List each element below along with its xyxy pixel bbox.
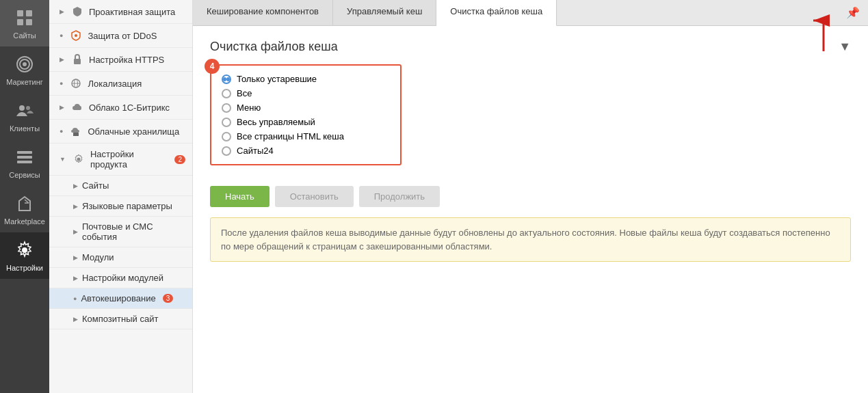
tab-component-cache[interactable]: Кеширование компонентов <box>193 0 333 25</box>
radio-all[interactable]: Все <box>222 88 390 98</box>
svg-rect-1 <box>26 10 32 16</box>
svg-point-19 <box>77 158 80 161</box>
nav-sub-item-composite[interactable]: ▶ Композитный сайт <box>49 309 192 329</box>
nav-sub-item-modules[interactable]: ▶ Модули <box>49 247 192 268</box>
start-button[interactable]: Начать <box>210 186 269 207</box>
nav-item-label: Облачные хранилища <box>88 126 179 137</box>
tabs-bar: Кеширование компонентов Управляемый кеш … <box>193 0 868 26</box>
nav-sub-item-mail[interactable]: ▶ Почтовые и СМС события <box>49 217 192 247</box>
svg-rect-11 <box>17 161 32 163</box>
section-header: Очистка файлов кеша ▼ <box>210 40 851 54</box>
nav-item-product-settings[interactable]: ▼ Настройки продукта 2 <box>49 144 192 176</box>
radio-label: Только устаревшие <box>237 74 317 84</box>
svg-point-7 <box>19 105 25 111</box>
shield-icon <box>71 5 83 18</box>
sidebar-item-sites[interactable]: Сайты <box>0 0 49 46</box>
radio-circle <box>222 146 231 156</box>
info-text: После удаления файлов кеша выводимые дан… <box>221 228 830 252</box>
radio-circle <box>222 74 231 84</box>
nav-arrow: ● <box>60 128 63 135</box>
sidebar-item-label: Сервисы <box>9 171 40 179</box>
svg-point-6 <box>23 62 27 66</box>
nav-arrow: ● <box>73 295 77 302</box>
nav-item-label: Защита от DDoS <box>88 31 157 41</box>
marketplace-icon <box>14 193 36 215</box>
nav-sub-item-label: Языковые параметры <box>82 201 172 211</box>
svg-point-13 <box>75 34 77 37</box>
sidebar-item-label: Клиенты <box>10 124 40 133</box>
nav-item-cloud1c[interactable]: ▶ Облако 1С-Битрикс <box>49 96 192 120</box>
section-wrapper: Очистка файлов кеша ▼ <box>210 40 851 54</box>
svg-rect-9 <box>17 151 32 154</box>
sidebar-item-clients[interactable]: Клиенты <box>0 93 49 139</box>
sidebar-item-services[interactable]: Сервисы <box>0 139 49 186</box>
nav-sub-item-label: Настройки модулей <box>82 273 163 283</box>
sidebar-item-label: Сайты <box>13 31 36 40</box>
nav-item-label: Облако 1С-Битрикс <box>89 103 170 113</box>
nav-item-cloud-storage[interactable]: ● Облачные хранилища <box>49 120 192 144</box>
nav-arrow: ● <box>60 32 63 39</box>
sidebar-item-label: Настройки <box>6 264 43 272</box>
radio-only-outdated[interactable]: Только устаревшие <box>222 74 390 84</box>
nav-arrow: ▶ <box>73 316 78 323</box>
nav-arrow: ▶ <box>60 104 64 111</box>
product-settings-badge: 2 <box>174 155 185 164</box>
nav-item-label: Настройки продукта <box>90 149 167 170</box>
sidebar-item-marketplace[interactable]: Marketplace <box>0 186 49 232</box>
sidebar-item-label: Marketplace <box>4 217 45 226</box>
clients-icon <box>14 100 36 122</box>
pin-icon[interactable]: 📌 <box>838 0 868 25</box>
tab-cache-files[interactable]: Очистка файлов кеша <box>436 0 557 26</box>
main-content: Кеширование компонентов Управляемый кеш … <box>193 0 868 393</box>
radio-label: Весь управляемый <box>237 117 315 127</box>
svg-rect-18 <box>73 133 79 136</box>
nav-item-label: Локализация <box>88 79 142 89</box>
nav-item-https[interactable]: ▶ Настройка HTTPS <box>49 48 192 72</box>
nav-arrow: ▶ <box>60 8 64 15</box>
radio-sites24[interactable]: Сайты24 <box>222 146 390 156</box>
nav-arrow: ▶ <box>60 56 64 63</box>
step-badge: 4 <box>205 59 220 74</box>
tab-managed-cache[interactable]: Управляемый кеш <box>333 0 436 25</box>
nav-item-proactive[interactable]: ▶ Проактивная защита <box>49 0 192 24</box>
svg-rect-14 <box>74 59 81 64</box>
cloud-icon <box>71 101 83 113</box>
nav-arrow: ▶ <box>73 275 78 282</box>
svg-rect-3 <box>26 19 32 25</box>
radio-managed-all[interactable]: Весь управляемый <box>222 117 390 127</box>
autocache-badge: 3 <box>163 294 174 303</box>
radio-menu[interactable]: Меню <box>222 103 390 113</box>
collapse-icon[interactable]: ▼ <box>839 40 851 54</box>
sidebar: Сайты Маркетинг Клиенты <box>0 0 49 393</box>
nav-item-ddos[interactable]: ● Защита от DDoS <box>49 24 192 48</box>
nav-sub-item-lang[interactable]: ▶ Языковые параметры <box>49 196 192 217</box>
stop-button: Остановить <box>275 186 354 207</box>
radio-html-pages[interactable]: Все страницы HTML кеша <box>222 131 390 141</box>
radio-label: Все страницы HTML кеша <box>237 131 344 141</box>
radio-circle <box>222 103 231 113</box>
nav-sub-item-sites[interactable]: ▶ Сайты <box>49 176 192 196</box>
nav-arrow: ▶ <box>73 228 78 235</box>
nav-sub-item-module-settings[interactable]: ▶ Настройки модулей <box>49 268 192 288</box>
marketing-icon <box>14 53 36 75</box>
sidebar-item-settings[interactable]: Настройки <box>0 232 49 279</box>
sidebar-item-marketing[interactable]: Маркетинг <box>0 46 49 93</box>
svg-rect-2 <box>17 19 23 25</box>
nav-sub-item-label: Композитный сайт <box>82 314 158 324</box>
nav-sub-item-autocache[interactable]: ● Автокеширование 3 <box>49 288 192 309</box>
navigation-panel: ▶ Проактивная защита ● Защита от DDoS ▶ … <box>49 0 193 393</box>
radio-circle <box>222 89 231 98</box>
radio-label: Сайты24 <box>237 146 274 156</box>
nav-arrow: ▶ <box>73 203 78 210</box>
options-box: 4 Только устаревшие Все Меню Весь управл… <box>210 64 402 165</box>
info-box: После удаления файлов кеша выводимые дан… <box>210 217 851 262</box>
nav-sub-item-label: Автокеширование <box>81 293 155 303</box>
nav-arrow: ▼ <box>60 156 66 163</box>
gear-small-icon <box>73 153 85 165</box>
shield-target-icon <box>70 29 82 42</box>
nav-item-locale[interactable]: ● Локализация <box>49 72 192 96</box>
nav-sub-item-label: Модули <box>82 252 114 262</box>
radio-label: Все <box>237 88 252 98</box>
sites-icon <box>14 7 36 29</box>
nav-sub-item-label: Сайты <box>82 180 109 191</box>
